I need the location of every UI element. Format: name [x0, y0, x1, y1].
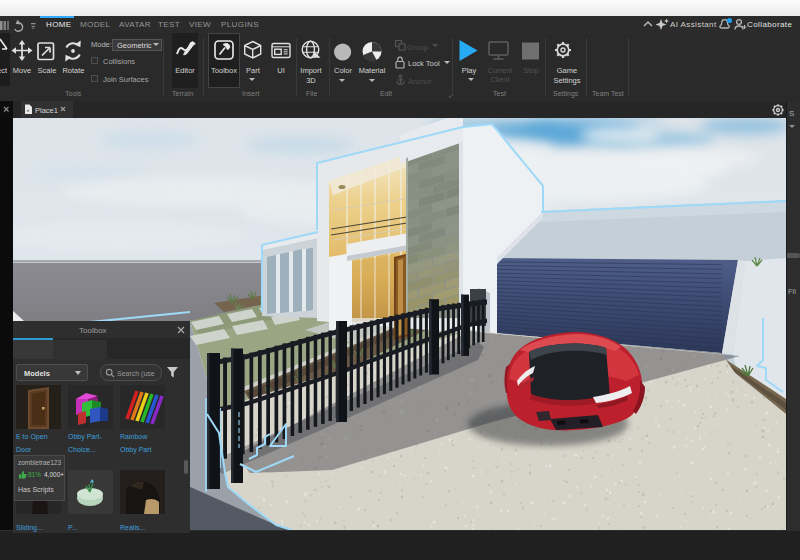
- svg-text:Place1: Place1: [35, 106, 58, 115]
